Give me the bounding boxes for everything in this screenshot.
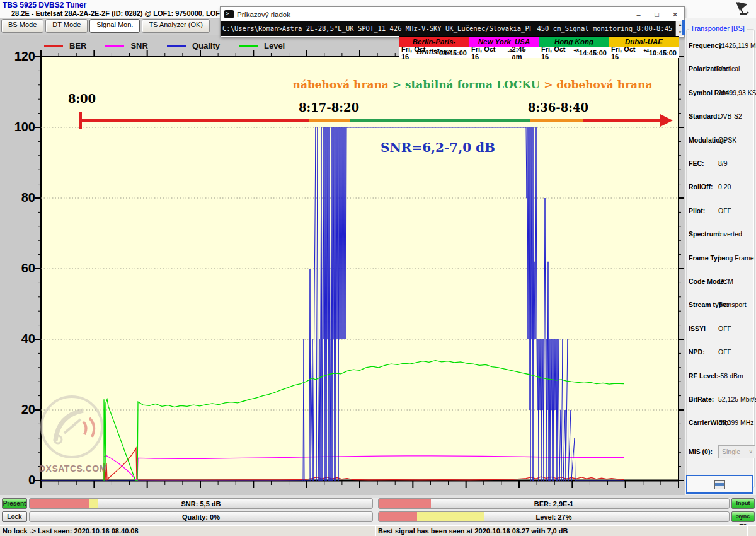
field-row: Polarization:Vertical xyxy=(685,65,756,74)
field-value: 11426,119 MHz xyxy=(718,42,756,49)
ber-bar-text: BER: 2,9E-1 xyxy=(379,499,729,509)
dxsatcs-watermark-logo xyxy=(39,394,105,460)
field-value: Vertical xyxy=(718,65,740,73)
field-row: FEC:8/9 xyxy=(685,160,756,168)
timeline-segment xyxy=(79,119,309,122)
field-row: Frame Type:Long Frame xyxy=(685,254,756,263)
tab-ts-analyzer[interactable]: TS Analyzer (OK) xyxy=(142,19,210,33)
field-value: DVB-S2 xyxy=(718,112,742,120)
field-row: Code Mode:CCM xyxy=(685,277,756,286)
stream-stack-icon xyxy=(714,480,725,489)
transponder-sidebar: Transponder [BS] Frequency:11426,119 MHz… xyxy=(685,18,756,536)
field-row: Stream type:Transport xyxy=(685,301,756,310)
field-row: BitRate:52,125 Mbit/s xyxy=(685,395,756,404)
snr-progressbar: SNR: 5,5 dB xyxy=(29,498,373,509)
console-titlebar[interactable]: >_ Príkazový riadok – □ ✕ xyxy=(220,7,684,21)
timeline-arrowhead-icon xyxy=(660,114,673,127)
minimize-button[interactable]: – xyxy=(629,8,648,21)
status-divider xyxy=(375,526,375,536)
clock-date: Fri, Oct 16 xyxy=(469,45,504,61)
app-title: TBS 5925 DVBS2 Tuner xyxy=(3,1,86,9)
clock-column: Berlin-Paris-BratislavaFri, Oct 16+208:4… xyxy=(399,36,469,58)
y-axis-tick-label: 0 xyxy=(13,473,35,487)
close-button[interactable]: ✕ xyxy=(666,8,684,21)
clock-column: New York_USAFri, Oct 16-42:45 am xyxy=(469,36,539,58)
y-axis-tick-label: 20 xyxy=(13,402,35,417)
y-axis-tick-label: 120 xyxy=(13,49,35,64)
field-row: ISSYIOFF xyxy=(685,325,756,334)
timeline-segment xyxy=(583,119,660,122)
lock-fall-label: 8:36-8:40 xyxy=(520,101,596,114)
field-value: OFF xyxy=(718,348,731,356)
phase-annotation-part: > stabilná forma LOCKU xyxy=(392,78,544,91)
tab-signal-mon[interactable]: Signal Mon. xyxy=(89,19,140,33)
y-axis-tick-label: 60 xyxy=(13,261,35,276)
maximize-button[interactable]: □ xyxy=(648,8,666,21)
monitoring-timeline-arrow xyxy=(79,114,673,130)
field-value: CCM xyxy=(718,277,733,285)
field-row: Symbol Rate:29499,93 KS/s xyxy=(685,89,756,98)
field-value: 29499,93 KS/s xyxy=(718,89,756,96)
field-value: 52,125 Mbit/s xyxy=(718,395,756,403)
field-label: BitRate: xyxy=(689,395,714,403)
clock-date: Fri, Oct 16 xyxy=(399,45,430,61)
timeline-segment xyxy=(309,119,350,122)
field-row: Modulation:QPSK xyxy=(685,136,756,145)
clock-date: Fri, Oct 16 xyxy=(609,45,639,61)
field-row: RF Level:-58 dBm xyxy=(685,372,756,381)
clock-time-value: 10:45:00 xyxy=(649,49,679,57)
console-icon: >_ xyxy=(224,10,234,18)
field-value: 35,399 MHz xyxy=(718,419,754,426)
mode-tab-bar: BS Mode DT Mode Signal Mon. TS Analyzer … xyxy=(1,19,210,34)
field-label: Spectrum: xyxy=(689,230,721,238)
field-label: Pilot: xyxy=(689,207,705,214)
transponder-group-title: Transponder [BS] xyxy=(689,25,747,32)
y-axis-tick-label: 80 xyxy=(13,190,35,205)
clock-column: Hong KongFri, Oct 16+814:45:00 xyxy=(539,36,609,58)
field-value: Long Frame xyxy=(718,254,754,262)
mis-value: Single xyxy=(722,448,740,455)
input-ts-indicator-button[interactable]: Input TS xyxy=(731,498,755,509)
field-row: RollOff:0.20 xyxy=(685,183,756,192)
field-value: -58 dBm xyxy=(718,372,743,380)
lock-rise-label: 8:17-8:20 xyxy=(291,101,367,114)
start-time-label: 8:00 xyxy=(60,92,104,105)
tab-bs-mode[interactable]: BS Mode xyxy=(1,19,43,33)
field-label: FEC: xyxy=(689,160,704,167)
snr-bar-text: SNR: 5,5 dB xyxy=(30,499,372,509)
field-row: Standard:DVB-S2 xyxy=(685,112,756,121)
field-label: RollOff: xyxy=(689,183,713,190)
snr-range-label: SNR=6,2-7,0 dB xyxy=(359,140,517,155)
field-value: Transport xyxy=(718,301,747,308)
tab-dt-mode[interactable]: DT Mode xyxy=(45,19,88,33)
console-command-line: C:\Users\Roman>Astra 2E-28,5°E_UK SPOT_1… xyxy=(220,21,678,36)
phase-annotation: nábehová hrana > stabilná forma LOCKU > … xyxy=(265,78,680,91)
field-row: Frequency:11426,119 MHz xyxy=(685,42,756,50)
stream-capture-button[interactable] xyxy=(686,475,753,494)
clock-time-value: 2:45 am xyxy=(512,45,539,61)
y-axis-tick-label: 100 xyxy=(13,120,35,134)
clock-utc-offset: +2 xyxy=(433,48,439,54)
present-indicator-button[interactable]: Present xyxy=(2,498,27,509)
field-label: ISSYI xyxy=(689,325,706,332)
field-value: QPSK xyxy=(718,136,736,144)
field-label: RF Level: xyxy=(689,372,718,380)
console-title: Príkazový riadok xyxy=(237,11,290,18)
field-row: Spectrum:Inverted xyxy=(685,230,756,239)
status-divider xyxy=(747,526,747,536)
dxsatcs-watermark-text: DXSATCS.COM xyxy=(39,463,115,474)
clock-time-row: Fri, Oct 16+410:45:00 xyxy=(609,47,679,58)
ber-progressbar: BER: 2,9E-1 xyxy=(378,498,730,509)
field-value: 8/9 xyxy=(718,160,728,167)
lock-indicator-button[interactable]: Lock xyxy=(2,511,27,522)
clock-utc-offset: -4 xyxy=(508,48,512,54)
clock-date: Fri, Oct 16 xyxy=(539,45,570,61)
lock-status-text: No lock -> Last seen: 2020-10-16 08.40.0… xyxy=(3,527,139,535)
quality-bar-text: Quality: 0% xyxy=(30,512,372,522)
field-value: OFF xyxy=(718,207,731,214)
status-bar: No lock -> Last seen: 2020-10-16 08.40.0… xyxy=(0,525,756,536)
sync-ts-indicator-button[interactable]: Sync TS xyxy=(731,511,755,522)
field-value: Inverted xyxy=(718,230,742,238)
field-value: 0.20 xyxy=(718,183,731,190)
mis-dropdown[interactable]: Single ∨ xyxy=(718,445,755,458)
